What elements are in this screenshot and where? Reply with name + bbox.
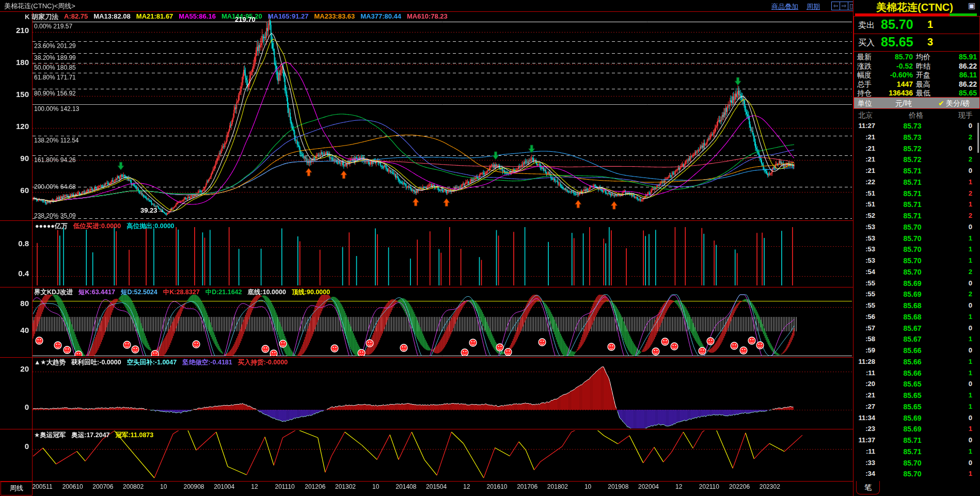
stat-label: 昨结 [916,62,930,71]
stat-value: 85.70 [876,53,913,61]
stat-value: 86.11 [936,71,977,79]
trade-price: 85.71 [892,178,933,186]
trade-time: :51 [853,200,875,208]
trade-row[interactable]: :2785.651 [853,403,976,414]
period-link[interactable]: 周期 [807,2,820,11]
trade-row[interactable]: :5385.701 [853,245,976,257]
trade-row[interactable]: :5385.701 [853,234,976,246]
trade-row[interactable]: :5585.680 [853,301,976,313]
trade-price: 85.67 [892,335,933,343]
indicator-value: ●●●●●亿万 [35,222,68,231]
trade-price: 85.69 [892,279,933,287]
indicator-value: 高位抛出:0.0000 [127,222,174,231]
trade-row[interactable]: :5885.671 [853,335,976,346]
trade-time: :53 [853,245,875,253]
panel-settings-icon[interactable]: ▣ [968,1,975,10]
trade-volume: 2 [952,290,972,298]
trade-row[interactable]: :5685.681 [853,313,976,324]
ask-price: 85.70 [881,17,913,32]
arrow-right-icon[interactable]: ⇨ [840,2,848,10]
stat-value: 86.22 [936,80,977,88]
indicator-value: MA55:86.16 [179,12,216,22]
trade-row[interactable]: :2385.691 [853,425,976,436]
trade-price: 85.69 [892,425,933,433]
trade-time: :53 [853,257,875,264]
x-axis-label: 201802 [547,483,568,490]
tab-pen[interactable]: 笔 [856,481,880,494]
panel4-separator [0,429,853,429]
trade-time: 11:34 [853,414,875,422]
indicator-value: 买入持货:-0.0000 [238,358,288,367]
trade-row[interactable]: :1185.661 [853,369,976,380]
trade-time: :53 [853,234,875,242]
trade-row[interactable]: :5985.660 [853,346,976,358]
trade-row[interactable]: :5185.711 [853,200,976,212]
indicator-value: 获利回吐:-0.0000 [71,358,121,367]
trade-row[interactable]: :5385.701 [853,257,976,268]
trade-row[interactable]: 11:3485.690 [853,414,976,425]
trade-row[interactable]: :5185.712 [853,189,976,201]
panel4-header: ★奥运冠军奥运:17.2047冠军:11.0873 [34,431,153,440]
trade-row[interactable]: :5485.702 [853,268,976,279]
trade-row[interactable]: :2185.710 [853,167,976,178]
low-price-annotation: 39.23→ [140,206,164,214]
stats-box: 最新85.70均价85.91涨跌-0.52昨结86.22幅度-0.60%开盘86… [853,51,980,98]
trade-volume: 2 [952,133,972,141]
stat-value: 136436 [876,89,913,97]
trade-row[interactable]: :2185.651 [853,391,976,403]
stat-label: 最新 [857,53,872,62]
trade-time: :11 [853,369,875,377]
trade-row[interactable]: :5585.690 [853,279,976,291]
trade-row[interactable]: :5785.670 [853,324,976,335]
bid-row[interactable]: 买入 85.65 3 [853,34,980,52]
trade-time: :34 [853,470,875,477]
trade-volume: 1 [952,257,972,264]
trade-row[interactable]: 11:3785.710 [853,436,976,447]
trade-volume: 1 [952,369,972,377]
x-axis-label: 200511 [32,483,52,490]
scrollbar-thumb[interactable] [977,123,979,153]
trade-price: 85.69 [892,414,933,422]
indicator-value: MA13:82.08 [93,12,131,22]
trade-row[interactable]: :5585.692 [853,290,976,301]
x-axis-label: 12 [675,483,682,490]
trade-row[interactable]: :5285.712 [853,212,976,223]
trade-row[interactable]: :1185.711 [853,447,976,459]
trade-volume: 1 [952,403,972,410]
indicator-value: 奥运:17.2047 [71,431,109,440]
trade-row[interactable]: 11:2785.730 [853,122,976,133]
trade-row[interactable]: :2185.732 [853,133,976,145]
trade-price: 85.70 [892,245,933,253]
trade-row[interactable]: :5385.700 [853,223,976,234]
ask-row[interactable]: 卖出 85.70 1 [853,16,980,34]
fib-level-label: 61.80% 171.71 [34,74,76,81]
x-axis-label: 10 [160,483,167,490]
trade-row[interactable]: :2085.650 [853,380,976,391]
trade-volume: 0 [952,414,972,422]
trade-volume: 0 [952,167,972,174]
trade-time: :55 [853,279,875,287]
period-label-box[interactable]: 周线 [1,482,33,495]
trade-time: :23 [853,425,875,433]
arrow-left-icon[interactable]: ⇦ [831,2,840,10]
indicator-value: 短D:52.5024 [121,288,157,297]
trade-row[interactable]: :3385.700 [853,459,976,470]
overlay-link[interactable]: 商品叠加 [771,2,798,11]
unit-row[interactable]: 单位 元/吨 ✔ 美分/磅 [853,97,980,109]
trade-volume: 2 [952,268,972,276]
trade-row[interactable]: :2285.711 [853,178,976,189]
x-axis-label: 201110 [275,483,294,490]
trade-time: :11 [853,447,875,455]
stat-value: 1447 [876,80,913,88]
trade-row[interactable]: 11:2885.661 [853,358,976,369]
trade-row[interactable]: :3485.701 [853,470,976,481]
trade-price: 85.70 [892,257,933,265]
x-axis-label: 201302 [335,483,356,490]
trade-row[interactable]: :2185.720 [853,145,976,156]
y-tick-label: 60 [0,186,29,195]
bid-qty: 3 [927,36,933,48]
indicator-value: 中K:28.8327 [163,288,200,297]
stat-value: 85.65 [936,89,977,97]
trade-row[interactable]: :2185.722 [853,155,976,167]
trade-price: 85.70 [892,268,933,276]
